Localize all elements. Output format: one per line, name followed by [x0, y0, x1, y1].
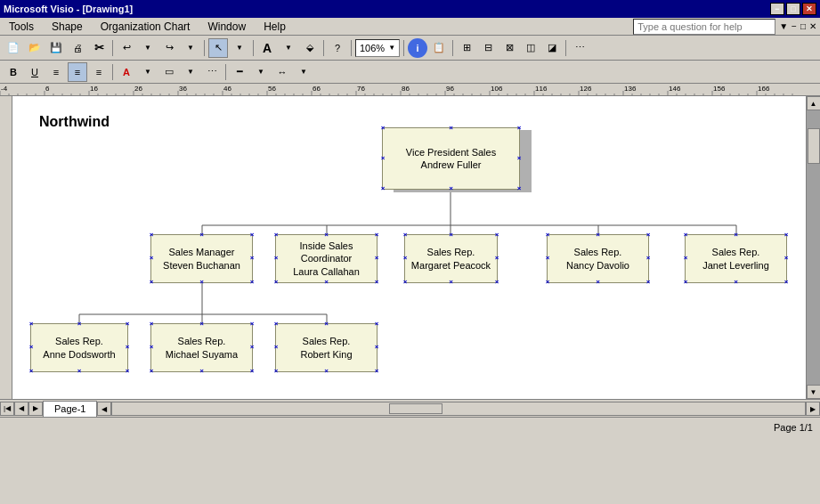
toolbar-2: B U ≡ ≡ ≡ A ▼ ▭ ▼ ⋯ ━ ▼ ↔ ▼ — [0, 61, 820, 84]
fill-btn[interactable]: ⬙ — [300, 38, 320, 58]
org-node-sr3[interactable]: Sales Rep.Janet Leverling×××××××× — [685, 234, 787, 283]
minimize-button[interactable]: − — [770, 3, 784, 15]
scroll-left-btn[interactable]: ◀ — [97, 402, 111, 416]
connector-arrow[interactable]: ▼ — [294, 62, 313, 82]
help-area: ▼ − □ ✕ — [633, 19, 816, 35]
layout-btn3[interactable]: ⊠ — [499, 38, 519, 58]
font-color-btn[interactable]: A — [117, 62, 136, 82]
pointer-arrow[interactable]: ▼ — [230, 38, 249, 58]
text-btn[interactable]: A — [257, 38, 277, 58]
redo-btn[interactable]: ↪ — [159, 38, 179, 58]
handle-sr1-7: × — [493, 279, 500, 286]
scroll-right-btn[interactable]: ▶ — [806, 402, 820, 416]
tab-prev-btn[interactable]: ◀ — [14, 402, 28, 416]
scrollbar-vertical[interactable]: ▲ ▼ — [806, 96, 820, 399]
org-node-sr2[interactable]: Sales Rep.Nancy Davolio×××××××× — [547, 234, 649, 283]
handle-sr2-7: × — [645, 279, 652, 286]
toolbar-1: 📄 📂 💾 🖨 ✂ ↩ ▼ ↪ ▼ ↖ ▼ A ▼ ⬙ ? 106% ▼ i 📋… — [0, 36, 820, 61]
org-node-sub1[interactable]: Sales Rep.Anne Dodsworth×××××××× — [30, 323, 128, 372]
menu-tools[interactable]: Tools — [4, 19, 39, 35]
zoom-dropdown[interactable]: 106% ▼ — [355, 39, 400, 57]
align-right-btn[interactable]: ≡ — [89, 62, 109, 82]
org-node-sub3[interactable]: Sales Rep.Robert King×××××××× — [275, 323, 378, 372]
status-bar: Page 1/1 — [0, 417, 820, 436]
layout-btn1[interactable]: ⊞ — [457, 38, 476, 58]
open-btn[interactable]: 📂 — [25, 38, 45, 58]
help-min-icon[interactable]: − — [792, 21, 797, 31]
connector-btn[interactable]: ↔ — [272, 62, 292, 82]
handle-sr3-5: × — [682, 279, 689, 286]
scrollbar-h[interactable] — [111, 402, 806, 416]
fill-color-btn[interactable]: ▭ — [159, 62, 179, 82]
handle-vp-0: × — [379, 125, 386, 132]
redo-arrow[interactable]: ▼ — [181, 38, 200, 58]
org-node-sm[interactable]: Sales ManagerSteven Buchanan×××××××× — [150, 234, 253, 283]
handle-sr1-3: × — [402, 256, 409, 263]
undo-btn[interactable]: ↩ — [117, 38, 136, 58]
layout-btn4[interactable]: ◫ — [521, 38, 540, 58]
expand-btn[interactable]: ⋯ — [570, 38, 589, 58]
menu-shape[interactable]: Shape — [46, 19, 88, 35]
help-input[interactable] — [633, 19, 775, 35]
undo-arrow[interactable]: ▼ — [138, 38, 158, 58]
close-button[interactable]: ✕ — [802, 3, 816, 15]
fill-color-arrow[interactable]: ▼ — [181, 62, 200, 82]
maximize-button[interactable]: □ — [786, 3, 800, 15]
scroll-up-btn[interactable]: ▲ — [807, 96, 821, 110]
font-color-arrow[interactable]: ▼ — [138, 62, 158, 82]
info-btn[interactable]: i — [408, 38, 427, 58]
canvas-area[interactable]: Northwind Vice President SalesAndrew — [12, 96, 806, 399]
diagram-title: Northwind — [39, 114, 110, 130]
handle-vp-6: × — [448, 185, 455, 192]
handle-sr2-4: × — [645, 256, 652, 263]
align-center-btn[interactable]: ≡ — [68, 62, 87, 82]
menu-org-chart[interactable]: Organization Chart — [95, 19, 196, 35]
help-arrow-icon[interactable]: ▼ — [779, 21, 788, 31]
more-btn[interactable]: ⋯ — [202, 62, 222, 82]
tab-first-btn[interactable]: |◀ — [0, 402, 14, 416]
cut-btn[interactable]: ✂ — [89, 38, 109, 58]
layout-btn2[interactable]: ⊟ — [478, 38, 498, 58]
handle-sub1-3: × — [28, 345, 35, 352]
menu-help[interactable]: Help — [258, 19, 291, 35]
save-btn[interactable]: 💾 — [46, 38, 66, 58]
menu-window[interactable]: Window — [202, 19, 251, 35]
scroll-thumb-v[interactable] — [808, 128, 820, 164]
new-btn[interactable]: 📄 — [4, 38, 23, 58]
org-node-vp[interactable]: Vice President SalesAndrew Fuller×××××××… — [382, 127, 520, 190]
sep10 — [225, 64, 226, 80]
vertical-ruler — [0, 96, 12, 399]
line-arrow[interactable]: ▼ — [251, 62, 271, 82]
handle-vp-5: × — [379, 185, 386, 192]
handle-vp-3: × — [379, 155, 386, 162]
tab-page1[interactable]: Page-1 — [43, 401, 97, 417]
pointer-btn[interactable]: ↖ — [208, 38, 228, 58]
handle-sub3-1: × — [323, 321, 330, 328]
org-node-sub2[interactable]: Sales Rep.Michael Suyama×××××××× — [150, 323, 253, 372]
scroll-track-v[interactable] — [807, 110, 821, 385]
handle-sub2-6: × — [199, 368, 206, 375]
underline-btn[interactable]: U — [25, 62, 45, 82]
text-arrow[interactable]: ▼ — [279, 38, 298, 58]
scroll-thumb-h[interactable] — [389, 403, 442, 414]
handle-vp-4: × — [516, 155, 523, 162]
handle-isc-3: × — [272, 256, 280, 263]
print-btn[interactable]: 🖨 — [68, 38, 87, 58]
help-btn[interactable]: ? — [328, 38, 347, 58]
handle-sr2-6: × — [595, 279, 602, 286]
handle-sub3-0: × — [272, 321, 280, 328]
org-node-isc[interactable]: Inside Sales CoordinatorLaura Callahan××… — [275, 234, 378, 283]
tab-next-btn[interactable]: ▶ — [28, 402, 43, 416]
handle-sr2-2: × — [645, 232, 652, 239]
org-node-sr1[interactable]: Sales Rep.Margaret Peacock×××××××× — [404, 234, 498, 283]
bold-btn[interactable]: B — [4, 62, 23, 82]
scroll-down-btn[interactable]: ▼ — [807, 385, 821, 399]
task-btn[interactable]: 📋 — [429, 38, 449, 58]
handle-sr1-0: × — [402, 232, 409, 239]
help-close-icon[interactable]: ✕ — [809, 21, 816, 31]
align-left-btn[interactable]: ≡ — [46, 62, 66, 82]
layout-btn5[interactable]: ◪ — [542, 38, 562, 58]
sep4 — [323, 40, 324, 56]
line-style-btn[interactable]: ━ — [230, 62, 249, 82]
help-max-icon[interactable]: □ — [800, 21, 806, 31]
